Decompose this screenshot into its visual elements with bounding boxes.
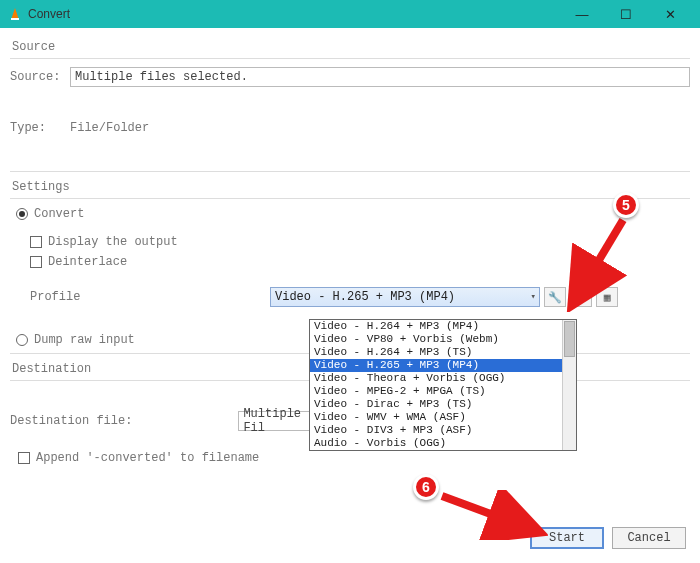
source-section-label: Source	[12, 40, 690, 54]
destination-file-field[interactable]: Multiple Fil	[238, 411, 318, 431]
chevron-down-icon: ▾	[531, 291, 536, 302]
annotation-callout-5: 5	[613, 192, 639, 218]
delete-icon: ✕	[578, 291, 585, 304]
profile-dropdown-list[interactable]: Video - H.264 + MP3 (MP4)Video - VP80 + …	[309, 319, 577, 451]
destination-file-value: Multiple Fil	[243, 407, 313, 435]
destination-file-label: Destination file:	[10, 414, 132, 428]
wrench-icon: 🔧	[548, 291, 562, 304]
annotation-callout-6: 6	[413, 474, 439, 500]
source-value: Multiple files selected.	[75, 70, 248, 84]
dump-raw-radio[interactable]	[16, 334, 28, 346]
vlc-icon	[8, 7, 22, 21]
convert-radio[interactable]	[16, 208, 28, 220]
svg-rect-1	[11, 18, 19, 20]
profile-option[interactable]: Video - H.264 + MP3 (TS)	[310, 346, 576, 359]
new-icon: ▦	[604, 291, 611, 304]
minimize-button[interactable]: —	[560, 0, 604, 28]
dropdown-scrollbar[interactable]	[562, 320, 576, 450]
profile-option[interactable]: Video - H.265 + MP3 (MP4)	[310, 359, 576, 372]
profile-selected-value: Video - H.265 + MP3 (MP4)	[275, 290, 455, 304]
append-converted-checkbox[interactable]	[18, 452, 30, 464]
divider	[10, 198, 690, 199]
source-label: Source:	[10, 70, 70, 84]
profile-option[interactable]: Video - H.264 + MP3 (MP4)	[310, 320, 576, 333]
profile-option[interactable]: Video - VP80 + Vorbis (Webm)	[310, 333, 576, 346]
profile-option[interactable]: Audio - Vorbis (OGG)	[310, 437, 576, 450]
type-value: File/Folder	[70, 121, 149, 135]
display-output-label: Display the output	[48, 235, 178, 249]
deinterlace-checkbox[interactable]	[30, 256, 42, 268]
profile-option[interactable]: Video - Dirac + MP3 (TS)	[310, 398, 576, 411]
profile-label: Profile	[30, 290, 270, 304]
type-label: Type:	[10, 121, 70, 135]
start-button[interactable]: Start	[530, 527, 604, 549]
maximize-button[interactable]: ☐	[604, 0, 648, 28]
settings-section-label: Settings	[12, 180, 690, 194]
footer-buttons: Start Cancel	[530, 527, 686, 549]
dump-raw-label: Dump raw input	[34, 333, 135, 347]
delete-profile-button[interactable]: ✕	[570, 287, 592, 307]
new-profile-button[interactable]: ▦	[596, 287, 618, 307]
display-output-checkbox[interactable]	[30, 236, 42, 248]
profile-option[interactable]: Video - MPEG-2 + MPGA (TS)	[310, 385, 576, 398]
edit-profile-button[interactable]: 🔧	[544, 287, 566, 307]
profile-option[interactable]: Video - Theora + Vorbis (OGG)	[310, 372, 576, 385]
convert-radio-label: Convert	[34, 207, 84, 221]
window-title: Convert	[28, 7, 560, 21]
divider	[10, 58, 690, 59]
append-converted-label: Append '-converted' to filename	[36, 451, 259, 465]
cancel-button[interactable]: Cancel	[612, 527, 686, 549]
window-controls: — ☐ ✕	[560, 0, 692, 28]
close-button[interactable]: ✕	[648, 0, 692, 28]
titlebar: Convert — ☐ ✕	[0, 0, 700, 28]
profile-combobox[interactable]: Video - H.265 + MP3 (MP4) ▾	[270, 287, 540, 307]
deinterlace-label: Deinterlace	[48, 255, 127, 269]
source-field[interactable]: Multiple files selected.	[70, 67, 690, 87]
scrollbar-thumb[interactable]	[564, 321, 575, 357]
profile-option[interactable]: Video - WMV + WMA (ASF)	[310, 411, 576, 424]
divider	[10, 171, 690, 172]
profile-option[interactable]: Video - DIV3 + MP3 (ASF)	[310, 424, 576, 437]
